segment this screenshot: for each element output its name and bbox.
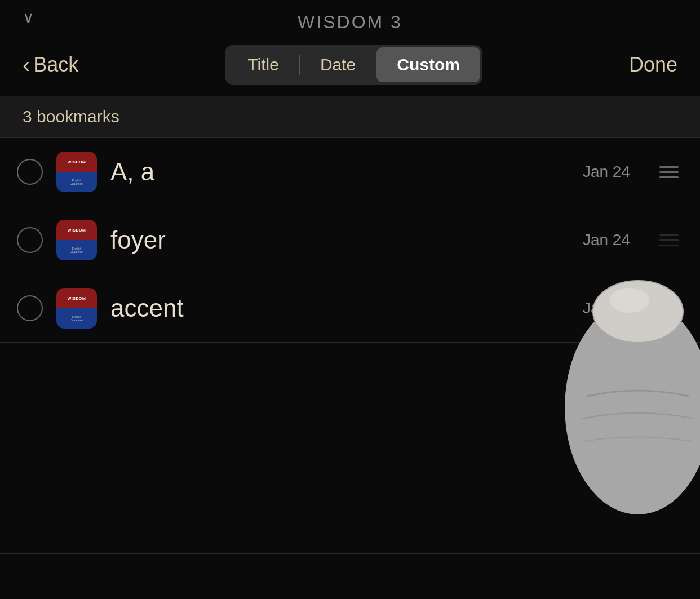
list-item: WISDOM EnglishJapanese A, a Jan 24	[0, 138, 700, 206]
list-item: WISDOM EnglishJapanese accent Jan 24	[0, 274, 700, 343]
done-button[interactable]: Done	[629, 53, 677, 77]
app-icon: WISDOM EnglishJapanese	[56, 152, 97, 192]
back-chevron-icon: ‹	[23, 52, 30, 78]
bookmark-date: Jan 24	[583, 231, 630, 249]
segment-date[interactable]: Date	[300, 47, 376, 82]
back-label: Back	[33, 53, 78, 77]
icon-bottom: EnglishJapanese	[56, 172, 97, 192]
icon-top: WISDOM	[56, 152, 97, 172]
icon-top: WISDOM	[56, 288, 97, 308]
bottom-divider	[0, 553, 700, 554]
app-icon: WISDOM EnglishJapanese	[56, 220, 97, 260]
chevron-down-icon[interactable]: ∨	[23, 8, 34, 26]
app-title: WISDOM 3	[298, 12, 402, 33]
drag-handle[interactable]	[655, 162, 683, 183]
bookmark-date: Jan 24	[583, 299, 630, 317]
nav-bar: ‹ Back Title Date Custom Done	[0, 34, 700, 96]
drag-handle[interactable]	[655, 230, 683, 251]
icon-bottom: EnglishJapanese	[56, 308, 97, 329]
radio-button[interactable]	[17, 227, 43, 253]
bookmarks-count-header: 3 bookmarks	[0, 96, 700, 138]
segment-title[interactable]: Title	[227, 47, 299, 82]
icon-bottom: EnglishJapanese	[56, 240, 97, 260]
back-button[interactable]: ‹ Back	[23, 52, 78, 78]
sort-segmented-control: Title Date Custom	[225, 45, 482, 85]
bookmark-word[interactable]: accent	[110, 294, 569, 322]
app-icon: WISDOM EnglishJapanese	[56, 288, 97, 329]
bookmark-date: Jan 24	[583, 163, 630, 181]
drag-handle[interactable]	[655, 298, 683, 319]
radio-button[interactable]	[17, 159, 43, 185]
radio-button[interactable]	[17, 295, 43, 321]
list-item: WISDOM EnglishJapanese foyer Jan 24	[0, 206, 700, 274]
bookmark-list: WISDOM EnglishJapanese A, a Jan 24 WISDO…	[0, 138, 700, 343]
segment-custom[interactable]: Custom	[376, 47, 480, 82]
icon-top: WISDOM	[56, 220, 97, 240]
bookmark-word[interactable]: A, a	[110, 158, 569, 186]
top-bar: ∨ WISDOM 3	[0, 0, 700, 34]
bookmark-word[interactable]: foyer	[110, 226, 569, 254]
